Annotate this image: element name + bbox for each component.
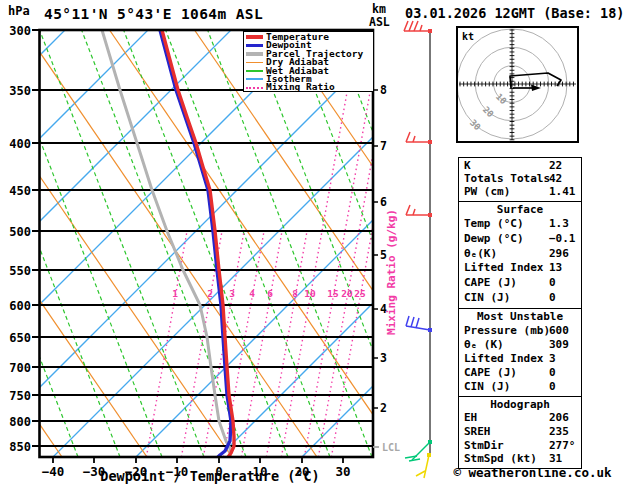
table-section-header: Most Unstable — [459, 310, 581, 324]
svg-text:400: 400 — [9, 137, 31, 151]
table-row-label: θₑ (K) — [464, 338, 504, 351]
svg-text:3: 3 — [380, 351, 387, 365]
svg-text:3: 3 — [229, 288, 235, 299]
table-row: Lifted Index13 — [459, 261, 581, 276]
table-row-value: 22 — [549, 159, 562, 172]
svg-text:6: 6 — [267, 288, 273, 299]
legend-line-sample — [246, 62, 263, 64]
lcl-label: LCL — [382, 442, 400, 453]
table-row-label: Lifted Index — [464, 352, 543, 365]
table-row-value: 235 — [549, 425, 569, 439]
svg-text:500: 500 — [9, 225, 31, 239]
table-row-value: 42 — [549, 172, 562, 185]
table-row-label: Lifted Index — [464, 261, 543, 274]
svg-text:10: 10 — [304, 288, 316, 299]
table-row: EH206 — [459, 411, 581, 425]
table-row: SREH235 — [459, 425, 581, 439]
table-row-value: 31 — [549, 452, 562, 466]
altitude-unit-km-label: km — [372, 2, 386, 16]
svg-text:650: 650 — [9, 331, 31, 345]
wind-barb — [406, 205, 432, 217]
svg-text:15: 15 — [327, 288, 339, 299]
table-row: θₑ(K)296 — [459, 247, 581, 262]
table-section: K22Totals Totals42PW (cm)1.41 — [459, 158, 581, 201]
svg-text:20: 20 — [341, 288, 353, 299]
table-section: Most UnstablePressure (mb)600θₑ (K)309Li… — [459, 308, 581, 396]
table-row: K22 — [459, 159, 581, 172]
table-row-label: PW (cm) — [464, 185, 510, 198]
table-section-header: Surface — [459, 203, 581, 218]
svg-text:800: 800 — [9, 415, 31, 429]
table-row: CIN (J)0 — [459, 291, 581, 306]
legend-line-sample — [246, 44, 263, 48]
table-row: CIN (J)0 — [459, 380, 581, 394]
svg-text:1: 1 — [172, 288, 178, 299]
svg-text:25: 25 — [354, 288, 366, 299]
x-axis-label: Dewpoint / Temperature (°C) — [60, 468, 360, 484]
table-section-header: Hodograph — [459, 398, 581, 412]
wind-barb — [406, 132, 432, 144]
table-row-label: CIN (J) — [464, 291, 510, 304]
table-row-value: 309 — [549, 338, 569, 352]
table-row-label: K — [464, 159, 471, 172]
sounding-curves — [102, 30, 234, 457]
table-row: Lifted Index3 — [459, 352, 581, 366]
svg-text:550: 550 — [9, 264, 31, 278]
legend-item: Mixing Ratio — [246, 83, 373, 91]
table-row-value: 3 — [549, 352, 556, 366]
mixing-ratio-axis-label: Mixing Ratio (g/kg) — [385, 209, 398, 335]
table-row-value: 0 — [549, 276, 556, 291]
table-row: Dewp (°C)−0.1 — [459, 232, 581, 247]
pressure-unit-label: hPa — [8, 4, 30, 18]
hodograph-arrowhead — [531, 85, 541, 92]
table-row-label: SREH — [464, 425, 491, 438]
table-row-value: 206 — [549, 411, 569, 425]
svg-text:350: 350 — [9, 84, 31, 98]
svg-text:750: 750 — [9, 389, 31, 403]
table-row: CAPE (J)0 — [459, 366, 581, 380]
table-section: SurfaceTemp (°C)1.3Dewp (°C)−0.1θₑ(K)296… — [459, 201, 581, 308]
table-row-label: EH — [464, 411, 477, 424]
table-row-label: CAPE (J) — [464, 366, 517, 379]
mixing-ratio-value-labels: 12346810152025 — [172, 288, 366, 299]
legend-line-sample — [246, 87, 263, 89]
legend-line-sample — [246, 35, 263, 39]
table-row-value: 1.3 — [549, 217, 569, 232]
hodograph-trace — [510, 73, 561, 88]
svg-text:450: 450 — [9, 184, 31, 198]
table-row-value: 0 — [549, 291, 556, 306]
table-row: StmSpd (kt)31 — [459, 452, 581, 466]
table-row-label: Dewp (°C) — [464, 232, 524, 245]
table-row-value: 600 — [549, 324, 569, 338]
table-row: CAPE (J)0 — [459, 276, 581, 291]
table-section: HodographEH206SREH235StmDir277°StmSpd (k… — [459, 396, 581, 469]
table-row-label: StmSpd (kt) — [464, 452, 537, 465]
legend-line-sample — [246, 52, 263, 56]
svg-text:6: 6 — [380, 195, 387, 209]
svg-text:7: 7 — [380, 139, 387, 153]
table-row: Totals Totals42 — [459, 172, 581, 185]
table-row: Pressure (mb)600 — [459, 324, 581, 338]
table-row-value: 277° — [549, 439, 576, 453]
station-title: 45°11'N 5°43'E 1064m ASL — [44, 6, 263, 22]
table-row-value: 0 — [549, 366, 556, 380]
table-row-label: θₑ(K) — [464, 247, 497, 260]
wind-barb — [404, 21, 432, 33]
table-row-label: CAPE (J) — [464, 276, 517, 289]
svg-text:2: 2 — [380, 401, 387, 415]
table-row: PW (cm)1.41 — [459, 185, 581, 198]
run-date-title: 03.01.2026 12GMT (Base: 18) — [405, 5, 624, 21]
table-row-label: Pressure (mb) — [464, 324, 550, 337]
pressure-axis: 300350400450500550600650700750800850 — [9, 24, 39, 454]
svg-text:850: 850 — [9, 440, 31, 454]
wind-barb — [406, 316, 432, 332]
table-row: StmDir277° — [459, 439, 581, 453]
indices-table: K22Totals Totals42PW (cm)1.41SurfaceTemp… — [458, 157, 582, 469]
svg-text:300: 300 — [9, 24, 31, 38]
wind-barb — [416, 453, 431, 478]
altitude-unit-asl-label: ASL — [369, 15, 390, 29]
hodograph: 102030kt — [457, 27, 578, 142]
table-row-label: Temp (°C) — [464, 217, 524, 230]
skewt-screenshot: 1234681015202530035040045050055060065070… — [0, 0, 629, 486]
svg-text:8: 8 — [380, 83, 387, 97]
